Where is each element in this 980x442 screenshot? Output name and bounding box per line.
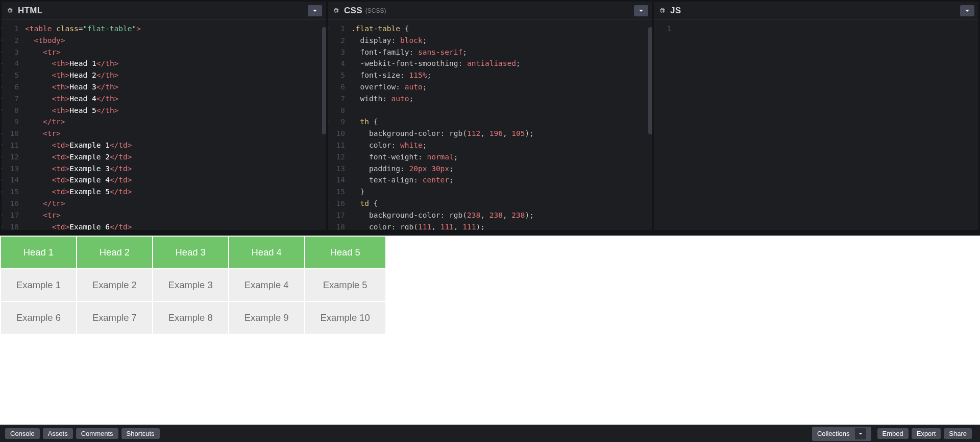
html-expand-button[interactable] [308, 5, 322, 16]
caret-down-icon [855, 428, 866, 439]
table-header: Head 3 [153, 237, 228, 268]
js-editor[interactable]: 1 [654, 20, 978, 230]
js-panel-header: JS [654, 2, 978, 20]
gear-icon[interactable] [333, 8, 339, 14]
html-panel: HTML 1▾2▾3▾4▾5▾6▾7▾8▾910▾11▾12▾13▾14▾15▾… [2, 2, 326, 230]
css-panel-header: CSS (SCSS) [328, 2, 652, 20]
embed-button[interactable]: Embed [877, 428, 909, 439]
css-title: CSS [344, 6, 362, 16]
js-title: JS [670, 6, 681, 16]
export-button[interactable]: Export [912, 428, 941, 439]
css-editor[interactable]: 1▾23456789▾10111213141516▾1718 .flat-tab… [328, 20, 652, 230]
table-header: Head 4 [229, 237, 304, 268]
table-cell: Example 7 [77, 302, 152, 334]
gear-icon[interactable] [7, 8, 13, 14]
shortcuts-button[interactable]: Shortcuts [121, 428, 160, 439]
comments-button[interactable]: Comments [76, 428, 118, 439]
table-cell: Example 6 [1, 302, 76, 334]
preview-pane: Head 1Head 2Head 3Head 4Head 5Example 1E… [0, 236, 980, 425]
table-cell: Example 9 [229, 302, 304, 334]
table-header: Head 5 [305, 237, 385, 268]
table-cell: Example 3 [153, 269, 228, 301]
css-panel: CSS (SCSS) 1▾23456789▾10111213141516▾171… [328, 2, 652, 230]
editors-row: HTML 1▾2▾3▾4▾5▾6▾7▾8▾910▾11▾12▾13▾14▾15▾… [0, 0, 980, 230]
share-button[interactable]: Share [944, 428, 972, 439]
table-header: Head 1 [1, 237, 76, 268]
divider[interactable] [0, 230, 980, 236]
assets-button[interactable]: Assets [43, 428, 73, 439]
table-header: Head 2 [77, 237, 152, 268]
html-editor[interactable]: 1▾2▾3▾4▾5▾6▾7▾8▾910▾11▾12▾13▾14▾15▾1617▾… [2, 20, 326, 230]
table-cell: Example 8 [153, 302, 228, 334]
js-expand-button[interactable] [960, 5, 974, 16]
gear-icon[interactable] [659, 8, 665, 14]
css-subtitle: (SCSS) [365, 7, 386, 14]
table-cell: Example 5 [305, 269, 385, 301]
table-cell: Example 4 [229, 269, 304, 301]
table-cell: Example 1 [1, 269, 76, 301]
preview-table: Head 1Head 2Head 3Head 4Head 5Example 1E… [0, 236, 980, 335]
footer-bar: ConsoleAssetsCommentsShortcuts Collectio… [0, 425, 980, 442]
collections-dropdown[interactable]: Collections [812, 427, 871, 441]
table-cell: Example 10 [305, 302, 385, 334]
js-panel: JS 1 [654, 2, 978, 230]
collections-label: Collections [817, 430, 850, 437]
html-title: HTML [18, 6, 42, 16]
table-cell: Example 2 [77, 269, 152, 301]
console-button[interactable]: Console [5, 428, 40, 439]
css-expand-button[interactable] [634, 5, 648, 16]
html-panel-header: HTML [2, 2, 326, 20]
